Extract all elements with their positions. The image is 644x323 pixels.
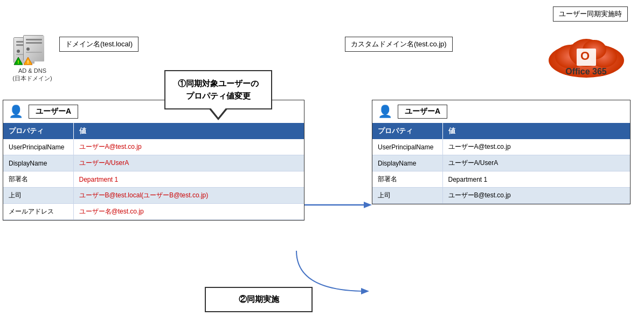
left-user-icon: 👤 bbox=[9, 105, 23, 119]
right-cell-val: ユーザーA@test.co.jp bbox=[442, 139, 630, 155]
right-user-icon: 👤 bbox=[378, 105, 392, 119]
office365-label: Office 365 bbox=[565, 67, 606, 77]
left-cell-prop: 上司 bbox=[3, 188, 73, 204]
svg-rect-6 bbox=[26, 39, 42, 40]
right-table-row: 上司ユーザーB@test.co.jp bbox=[372, 188, 630, 204]
svg-marker-23 bbox=[361, 288, 369, 294]
right-table-row: UserPrincipalNameユーザーA@test.co.jp bbox=[372, 139, 630, 155]
left-table-row: メールアドレスユーザー名@test.co.jp bbox=[3, 204, 304, 220]
right-panel: 👤 ユーザーA プロパティ 値 UserPrincipalNameユーザーA@t… bbox=[372, 100, 631, 204]
svg-marker-22 bbox=[364, 202, 372, 208]
left-table-row: 上司ユーザーB@test.local(ユーザーB@test.co.jp) bbox=[3, 188, 304, 204]
right-cell-val: ユーザーB@test.co.jp bbox=[442, 188, 630, 204]
left-cell-val: Department 1 bbox=[73, 171, 304, 188]
right-table-row: 部署名Department 1 bbox=[372, 171, 630, 188]
svg-text:!: ! bbox=[18, 59, 19, 65]
step2-bubble: ②同期実施 bbox=[205, 287, 313, 312]
right-cell-val: ユーザーA/UserA bbox=[442, 155, 630, 171]
right-cell-val: Department 1 bbox=[442, 171, 630, 188]
left-cell-val: ユーザーA@test.co.jp bbox=[73, 139, 304, 155]
left-panel: 👤 ユーザーA プロパティ 値 UserPrincipalNameユーザーA@t… bbox=[3, 100, 304, 221]
right-table-row: DisplayNameユーザーA/UserA bbox=[372, 155, 630, 171]
server-icon: ! ! bbox=[13, 35, 51, 65]
left-col-val: 値 bbox=[73, 123, 304, 139]
left-cell-prop: DisplayName bbox=[3, 155, 73, 171]
left-cell-prop: UserPrincipalName bbox=[3, 139, 73, 155]
left-col-prop: プロパティ bbox=[3, 123, 73, 139]
domain-label-box: ドメイン名(test.local) bbox=[59, 37, 139, 52]
right-col-prop: プロパティ bbox=[372, 123, 442, 139]
right-user-header: 👤 ユーザーA bbox=[372, 100, 630, 123]
sync-arrow bbox=[304, 200, 375, 210]
svg-point-3 bbox=[17, 50, 20, 53]
cloud-shape: O Office 365 bbox=[543, 27, 629, 81]
custom-domain-label-box: カスタムドメイン名(test.co.jp) bbox=[345, 37, 453, 52]
left-table-row: 部署名Department 1 bbox=[3, 171, 304, 188]
right-col-val: 値 bbox=[442, 123, 630, 139]
svg-text:O: O bbox=[580, 49, 590, 63]
warning-icon-2: ! bbox=[23, 57, 33, 67]
left-user-label: ユーザーA bbox=[29, 105, 78, 119]
left-table-row: DisplayNameユーザーA/UserA bbox=[3, 155, 304, 171]
svg-rect-7 bbox=[26, 42, 42, 44]
right-table: プロパティ 値 UserPrincipalNameユーザーA@test.co.j… bbox=[372, 123, 630, 204]
left-cell-val: ユーザーB@test.local(ユーザーB@test.co.jp) bbox=[73, 188, 304, 204]
left-cell-val: ユーザー名@test.co.jp bbox=[73, 204, 304, 220]
left-cell-val: ユーザーA/UserA bbox=[73, 155, 304, 171]
svg-text:!: ! bbox=[27, 59, 29, 65]
svg-rect-9 bbox=[26, 52, 42, 53]
ad-dns-area: ! ! AD & DNS (日本ドメイン) bbox=[8, 35, 57, 83]
right-cell-prop: 部署名 bbox=[372, 171, 442, 188]
svg-point-8 bbox=[26, 47, 30, 51]
ad-dns-label: AD & DNS (日本ドメイン) bbox=[8, 67, 57, 83]
left-cell-prop: メールアドレス bbox=[3, 204, 73, 220]
left-table: プロパティ 値 UserPrincipalNameユーザーA@test.co.j… bbox=[3, 123, 304, 220]
step1-bubble: ①同期対象ユーザーの プロパティ値変更 bbox=[164, 70, 272, 109]
sync-timing-label: ユーザー同期実施時 bbox=[553, 6, 628, 22]
warning-icon-1: ! bbox=[13, 57, 23, 67]
office365-cloud: O Office 365 bbox=[539, 22, 633, 86]
right-cell-prop: UserPrincipalName bbox=[372, 139, 442, 155]
right-cell-prop: DisplayName bbox=[372, 155, 442, 171]
right-user-label: ユーザーA bbox=[398, 105, 447, 119]
left-cell-prop: 部署名 bbox=[3, 171, 73, 188]
left-table-row: UserPrincipalNameユーザーA@test.co.jp bbox=[3, 139, 304, 155]
right-cell-prop: 上司 bbox=[372, 188, 442, 204]
